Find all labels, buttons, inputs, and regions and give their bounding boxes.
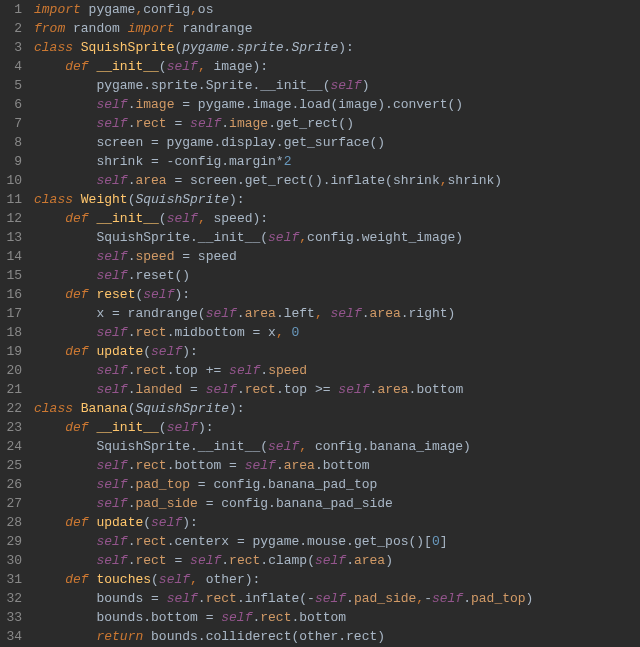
code-token: __init__ [96, 420, 158, 435]
code-line[interactable]: self.pad_top = config.banana_pad_top [34, 475, 640, 494]
code-line[interactable]: class Weight(SquishSprite): [34, 190, 640, 209]
code-token: self [315, 553, 346, 568]
code-token [34, 515, 65, 530]
code-token: .bottom = [167, 458, 245, 473]
line-number: 17 [4, 304, 22, 323]
code-token: , [440, 173, 448, 188]
code-token: area [377, 382, 408, 397]
code-token: random [73, 21, 128, 36]
code-token: def [65, 572, 96, 587]
code-token: , [299, 439, 315, 454]
code-line[interactable]: self.rect.top += self.speed [34, 361, 640, 380]
code-token: __init__ [96, 211, 158, 226]
code-token: ): [253, 211, 269, 226]
code-token: , [416, 591, 424, 606]
code-token: . [260, 363, 268, 378]
code-line[interactable]: def __init__(self): [34, 418, 640, 437]
code-token: rect [135, 116, 166, 131]
code-line[interactable]: self.area = screen.get_rect().inflate(sh… [34, 171, 640, 190]
code-token: rect [135, 534, 166, 549]
code-token: area [370, 306, 401, 321]
code-area[interactable]: import pygame,config,osfrom random impor… [30, 0, 640, 647]
code-line[interactable]: def __init__(self, speed): [34, 209, 640, 228]
code-token: speed [214, 211, 253, 226]
code-token [34, 382, 96, 397]
code-token: .bottom [291, 610, 346, 625]
code-line[interactable]: def update(self): [34, 513, 640, 532]
code-token: pad_top [135, 477, 190, 492]
line-number: 27 [4, 494, 22, 513]
code-line[interactable]: self.reset() [34, 266, 640, 285]
code-token: pygame.sprite.Sprite [182, 40, 338, 55]
code-token: ): [338, 40, 354, 55]
code-token: .top += [167, 363, 229, 378]
code-line[interactable]: x = randrange(self.area.left, self.area.… [34, 304, 640, 323]
code-token: config [143, 2, 190, 17]
code-token [34, 249, 96, 264]
code-line[interactable]: self.image = pygame.image.load(image).co… [34, 95, 640, 114]
code-token: , [198, 59, 214, 74]
code-line[interactable]: self.rect = self.rect.clamp(self.area) [34, 551, 640, 570]
line-number: 21 [4, 380, 22, 399]
code-line[interactable]: screen = pygame.display.get_surface() [34, 133, 640, 152]
line-number: 2 [4, 19, 22, 38]
code-token: = [167, 553, 190, 568]
code-token: def [65, 211, 96, 226]
code-line[interactable]: bounds.bottom = self.rect.bottom [34, 608, 640, 627]
code-token [34, 173, 96, 188]
code-line[interactable]: class SquishSprite(pygame.sprite.Sprite)… [34, 38, 640, 57]
code-token: shrink = -config.margin* [34, 154, 284, 169]
code-line[interactable]: def __init__(self, image): [34, 57, 640, 76]
code-line[interactable]: SquishSprite.__init__(self, config.banan… [34, 437, 640, 456]
code-line[interactable]: shrink = -config.margin*2 [34, 152, 640, 171]
code-token: def [65, 515, 96, 530]
code-token: .left [276, 306, 315, 321]
code-token [34, 420, 65, 435]
code-token: = [182, 382, 205, 397]
code-line[interactable]: class Banana(SquishSprite): [34, 399, 640, 418]
code-token: self [245, 458, 276, 473]
code-line[interactable]: self.speed = speed [34, 247, 640, 266]
code-token: ): [229, 401, 245, 416]
code-line[interactable]: self.rect.bottom = self.area.bottom [34, 456, 640, 475]
line-number: 1 [4, 0, 22, 19]
code-line[interactable]: SquishSprite.__init__(self,config.weight… [34, 228, 640, 247]
code-token: def [65, 287, 96, 302]
code-token: ] [440, 534, 448, 549]
code-token: self [96, 382, 127, 397]
line-number: 24 [4, 437, 22, 456]
line-number: 28 [4, 513, 22, 532]
code-line[interactable]: return bounds.colliderect(other.rect) [34, 627, 640, 646]
code-token: .centerx = pygame.mouse.get_pos()[ [167, 534, 432, 549]
code-token: = config.banana_pad_top [190, 477, 377, 492]
code-token: = speed [174, 249, 236, 264]
code-token: rect [229, 553, 260, 568]
code-line[interactable]: pygame.sprite.Sprite.__init__(self) [34, 76, 640, 95]
code-line[interactable]: self.pad_side = config.banana_pad_side [34, 494, 640, 513]
line-number: 7 [4, 114, 22, 133]
code-token: rect [206, 591, 237, 606]
code-token: from [34, 21, 73, 36]
code-token: .bottom [315, 458, 370, 473]
code-token: pad_top [471, 591, 526, 606]
code-line[interactable]: import pygame,config,os [34, 0, 640, 19]
code-token: self [96, 534, 127, 549]
code-line[interactable]: from random import randrange [34, 19, 640, 38]
code-line[interactable]: self.rect.centerx = pygame.mouse.get_pos… [34, 532, 640, 551]
code-line[interactable]: self.rect = self.image.get_rect() [34, 114, 640, 133]
code-line[interactable]: def reset(self): [34, 285, 640, 304]
code-line[interactable]: bounds = self.rect.inflate(-self.pad_sid… [34, 589, 640, 608]
code-token: pad_side [135, 496, 197, 511]
code-editor: 1234567891011121314151617181920212223242… [0, 0, 640, 647]
code-line[interactable]: self.landed = self.rect.top >= self.area… [34, 380, 640, 399]
code-token: ( [143, 515, 151, 530]
code-line[interactable]: def update(self): [34, 342, 640, 361]
code-line[interactable]: self.rect.midbottom = x, 0 [34, 323, 640, 342]
code-token: area [284, 458, 315, 473]
line-number: 6 [4, 95, 22, 114]
code-token: . [221, 553, 229, 568]
code-token: . [346, 553, 354, 568]
code-token: self [206, 306, 237, 321]
code-token: pygame [89, 2, 136, 17]
code-line[interactable]: def touches(self, other): [34, 570, 640, 589]
